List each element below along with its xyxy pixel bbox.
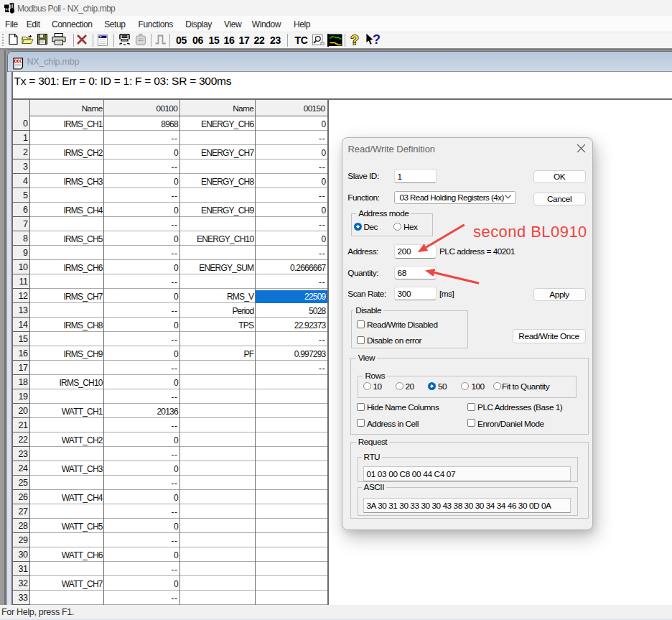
svg-text:?: ? bbox=[350, 32, 359, 47]
svg-text:?: ? bbox=[373, 32, 381, 47]
